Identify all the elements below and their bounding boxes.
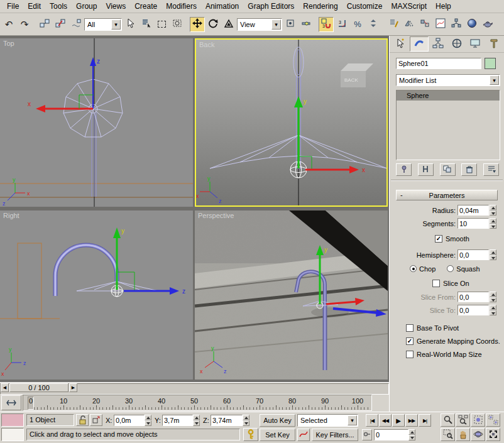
play-animation-button[interactable]: ▶	[392, 414, 405, 427]
menu-item-graph-editors[interactable]: Graph Editors	[243, 0, 299, 13]
zoom-extents-button[interactable]	[471, 413, 485, 427]
menu-item-edit[interactable]: Edit	[23, 0, 45, 13]
next-frame-button[interactable]: ▶▶	[405, 414, 418, 427]
menu-item-maxscript[interactable]: MAXScript	[386, 0, 431, 13]
select-and-link-button[interactable]	[37, 17, 52, 32]
modifier-stack-list[interactable]: Sphere	[396, 90, 500, 160]
z-coordinate-spinner[interactable]	[243, 415, 249, 426]
arc-rotate-button[interactable]	[471, 428, 485, 441]
slice-to-spinner[interactable]	[490, 305, 496, 315]
hemisphere-spinner[interactable]	[490, 249, 496, 260]
undo-button[interactable]: ↶	[1, 17, 16, 32]
select-by-name-button[interactable]	[138, 17, 153, 32]
radius-field[interactable]	[457, 205, 489, 216]
set-keys-button[interactable]	[243, 428, 258, 441]
previous-frame-arrow[interactable]: ◀	[1, 383, 9, 392]
tab-hierarchy[interactable]	[429, 36, 447, 52]
slice-on-checkbox[interactable]	[432, 280, 440, 287]
slice-from-spinner[interactable]	[490, 292, 496, 302]
parameters-rollout-header[interactable]: - Parameters	[396, 190, 498, 200]
select-and-manipulate-button[interactable]	[299, 17, 314, 32]
menu-item-tools[interactable]: Tools	[45, 0, 72, 13]
menu-item-file[interactable]: File	[3, 0, 23, 13]
edit-named-selection-sets-button[interactable]	[386, 17, 401, 32]
menu-item-animation[interactable]: Animation	[201, 0, 243, 13]
align-button[interactable]	[417, 17, 432, 32]
radius-spinner[interactable]	[490, 205, 496, 216]
select-and-scale-button[interactable]	[221, 17, 236, 32]
zoom-button[interactable]	[441, 413, 455, 427]
move-gizmo[interactable]: y z	[113, 227, 185, 295]
tab-modify[interactable]	[410, 36, 429, 52]
next-frame-arrow[interactable]: ▶	[69, 383, 77, 392]
x-coordinate-field[interactable]	[114, 415, 145, 426]
pin-stack-button[interactable]	[396, 163, 412, 176]
chevron-down-icon[interactable]: ▾	[490, 75, 499, 85]
make-unique-button[interactable]	[440, 163, 456, 176]
tab-motion[interactable]	[448, 36, 466, 52]
segments-spinner[interactable]	[490, 218, 496, 229]
remove-modifier-button[interactable]	[461, 163, 477, 176]
chop-radio[interactable]	[410, 265, 417, 272]
default-tangents-button[interactable]	[297, 429, 310, 441]
z-coordinate-field[interactable]	[211, 415, 243, 426]
current-frame-spinner[interactable]	[408, 429, 415, 440]
chevron-down-icon[interactable]: ▾	[111, 19, 121, 30]
selection-filter-dropdown[interactable]: All ▾	[84, 18, 122, 31]
tab-display[interactable]	[466, 36, 485, 52]
unlink-selection-button[interactable]	[53, 17, 68, 32]
angle-snap-toggle-button[interactable]: 3	[334, 17, 349, 32]
hemisphere-field[interactable]	[457, 249, 489, 260]
go-to-end-button[interactable]: ▶|	[419, 414, 431, 427]
mirror-button[interactable]	[402, 17, 417, 32]
maxscript-mini-listener-pink[interactable]	[1, 413, 24, 427]
use-pivot-point-center-button[interactable]	[283, 17, 298, 32]
object-name-field[interactable]	[396, 58, 481, 69]
real-world-map-size-checkbox[interactable]	[406, 351, 414, 358]
smooth-checkbox[interactable]	[435, 235, 442, 243]
segments-field[interactable]	[457, 218, 489, 229]
y-coordinate-field[interactable]	[162, 415, 193, 426]
current-frame-field[interactable]	[374, 429, 408, 440]
tab-create[interactable]	[391, 36, 409, 52]
slice-to-field[interactable]	[457, 305, 489, 315]
render-setup-button[interactable]	[480, 17, 495, 32]
spinner-snap-toggle-button[interactable]	[366, 17, 381, 32]
y-coordinate-spinner[interactable]	[193, 415, 200, 426]
show-end-result-button[interactable]	[418, 163, 434, 176]
configure-modifier-sets-button[interactable]	[483, 163, 499, 176]
track-bar-ruler[interactable]: 0102030405060708090100	[23, 395, 372, 411]
zoom-region-button[interactable]	[441, 428, 455, 441]
umbrella-right-wireframe[interactable]	[55, 245, 158, 297]
modifier-list-dropdown[interactable]: Modifier List ▾	[396, 74, 500, 86]
set-key-button[interactable]: Set Key	[260, 429, 295, 441]
zoom-all-button[interactable]	[456, 413, 470, 427]
rectangular-selection-region-button[interactable]	[154, 17, 169, 32]
percent-snap-toggle-button[interactable]: %	[350, 17, 365, 32]
viewport-perspective[interactable]: Perspective	[195, 211, 388, 380]
open-mini-curve-editor-button[interactable]	[1, 395, 21, 410]
maximize-viewport-toggle[interactable]	[486, 428, 500, 441]
viewport-top[interactable]: Top	[0, 38, 193, 207]
menu-item-create[interactable]: Create	[130, 0, 162, 13]
absolute-offset-toggle[interactable]	[90, 414, 102, 426]
snaps-toggle-button[interactable]: 3	[319, 17, 334, 32]
menu-item-help[interactable]: Help	[431, 0, 456, 13]
generate-mapping-coords-checkbox[interactable]	[406, 337, 414, 345]
object-color-swatch[interactable]	[485, 58, 496, 69]
material-editor-button[interactable]	[464, 17, 479, 32]
redo-button[interactable]: ↷	[17, 17, 32, 32]
maxscript-mini-listener-white[interactable]	[1, 428, 24, 441]
schematic-view-button[interactable]	[449, 17, 464, 32]
select-and-rotate-button[interactable]	[205, 17, 221, 32]
squash-radio[interactable]	[447, 265, 454, 272]
slice-from-field[interactable]	[457, 292, 489, 302]
curve-editor-button[interactable]	[433, 17, 448, 32]
go-to-start-button[interactable]: |◀	[366, 414, 378, 427]
viewport-right[interactable]: Right	[0, 211, 193, 380]
time-slider-handle[interactable]: 0 / 100	[9, 383, 68, 392]
x-coordinate-spinner[interactable]	[145, 415, 151, 426]
move-gizmo[interactable]: z x	[28, 57, 100, 112]
select-object-button[interactable]	[123, 17, 138, 32]
chevron-down-icon[interactable]: ▾	[271, 19, 281, 30]
